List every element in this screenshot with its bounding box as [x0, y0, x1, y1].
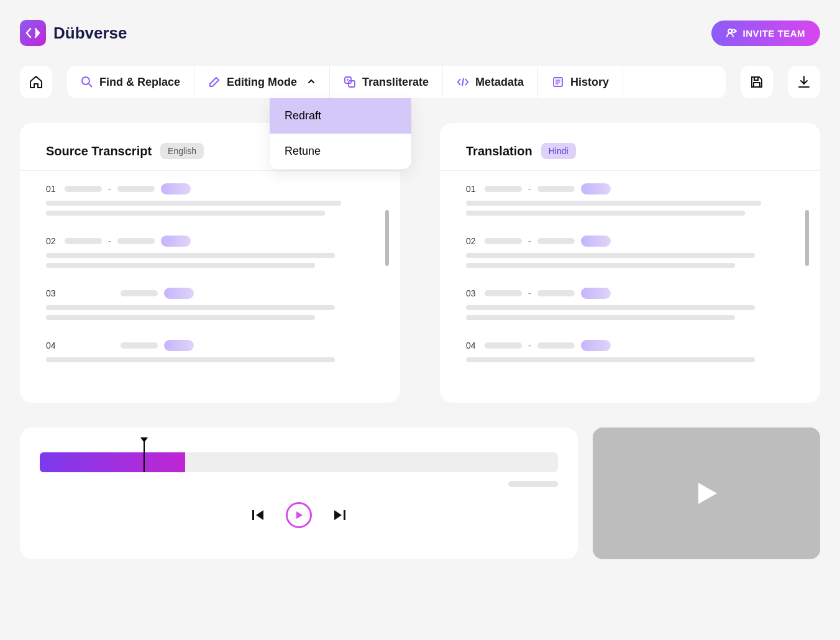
source-language-badge: English [160, 143, 204, 159]
dropdown-item-retune[interactable]: Retune [270, 134, 411, 169]
transcript-row[interactable]: 04 [46, 340, 374, 362]
translation-title: Translation [466, 144, 532, 158]
translation-row[interactable]: 01- [466, 183, 794, 216]
transliterate-icon [344, 76, 356, 88]
home-icon [29, 75, 43, 89]
timeline-track[interactable] [40, 452, 558, 472]
play-icon [294, 510, 304, 520]
translation-panel: Translation Hindi 01- 02- 03- 04- [440, 123, 820, 403]
svg-point-0 [728, 29, 732, 33]
source-title: Source Transcript [46, 144, 152, 158]
svg-rect-7 [754, 83, 760, 87]
toolbar: Find & Replace Editing Mode Transliterat… [67, 66, 726, 98]
svg-rect-4 [349, 81, 355, 87]
transcript-row[interactable]: 01- [46, 183, 374, 216]
editing-mode-dropdown: Redraft Retune [270, 98, 411, 169]
scrollbar[interactable] [805, 210, 809, 266]
translation-row[interactable]: 03- [466, 288, 794, 320]
brand-name: Dübverse [53, 24, 127, 43]
pen-icon [208, 76, 221, 88]
timeline-progress [40, 452, 185, 472]
brand-logo[interactable]: Dübverse [20, 20, 127, 46]
transcript-row[interactable]: 02- [46, 235, 374, 268]
find-replace-button[interactable]: Find & Replace [67, 66, 194, 98]
save-button[interactable] [741, 66, 773, 98]
save-icon [749, 75, 764, 89]
invite-team-button[interactable]: INVITE TEAM [711, 21, 820, 46]
svg-point-2 [82, 77, 89, 85]
svg-rect-8 [252, 510, 254, 520]
logo-icon [20, 20, 46, 46]
metadata-button[interactable]: Metadata [443, 66, 538, 98]
svg-rect-3 [345, 77, 351, 83]
play-button[interactable] [286, 502, 312, 528]
download-button[interactable] [788, 66, 820, 98]
video-preview[interactable] [593, 427, 820, 559]
editing-mode-button[interactable]: Editing Mode [194, 66, 330, 98]
translation-row[interactable]: 02- [466, 235, 794, 268]
history-button[interactable]: History [538, 66, 623, 98]
transcript-row[interactable]: 03 [46, 288, 374, 320]
translation-row[interactable]: 04- [466, 340, 794, 362]
translation-language-badge: Hindi [541, 143, 576, 159]
play-icon [691, 478, 722, 509]
code-icon [457, 76, 469, 88]
playhead[interactable] [144, 441, 145, 472]
download-icon [797, 75, 811, 89]
chevron-up-icon [307, 76, 316, 89]
scrollbar[interactable] [385, 210, 389, 266]
search-icon [81, 76, 93, 88]
time-label [508, 481, 558, 487]
timeline-panel [20, 427, 578, 559]
transliterate-button[interactable]: Transliterate [330, 66, 443, 98]
home-button[interactable] [20, 66, 52, 98]
invite-icon [726, 28, 737, 38]
dropdown-item-redraft[interactable]: Redraft [270, 98, 411, 134]
prev-button[interactable] [251, 508, 266, 522]
svg-rect-9 [344, 510, 345, 520]
svg-rect-6 [754, 77, 758, 80]
next-button[interactable] [332, 508, 347, 522]
history-icon [552, 76, 564, 88]
